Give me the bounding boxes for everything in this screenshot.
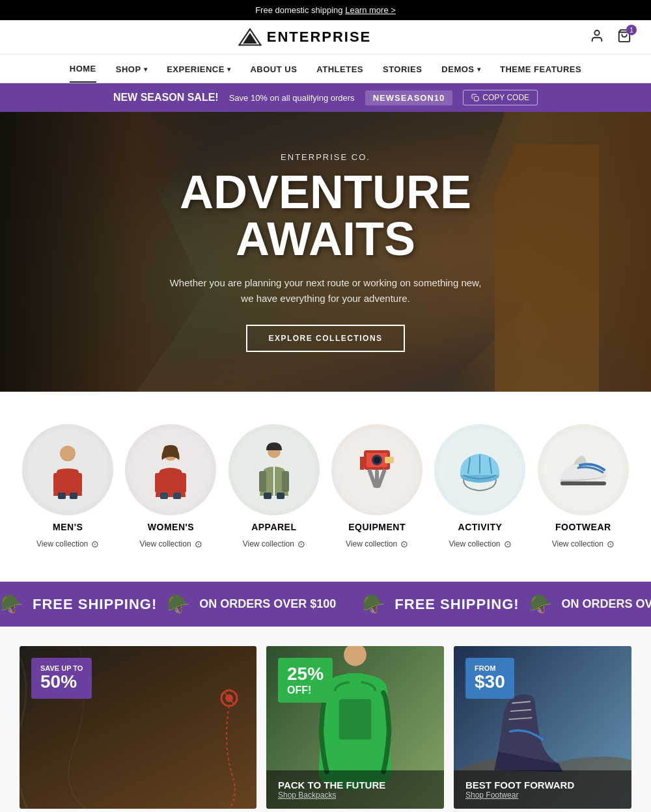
mens-link[interactable]: View collection ⊙ (36, 539, 99, 549)
svg-rect-21 (277, 493, 284, 499)
footwear-label: FOOTWEAR (555, 522, 611, 532)
nav-athletes[interactable]: ATHLETES (316, 64, 363, 83)
svg-rect-8 (53, 473, 61, 493)
announcement-link[interactable]: Learn more > (345, 5, 396, 15)
cart-badge: 1 (626, 25, 637, 35)
hero-section: ENTERPRISE CO. ADVENTUREAWAITS Whether y… (0, 112, 651, 392)
chevron-down-icon: ▾ (227, 66, 231, 73)
announcement-bar: Free domestic shipping Learn more > (0, 0, 651, 20)
helmet-icon: 🪖 (362, 593, 385, 615)
svg-rect-16 (173, 493, 181, 499)
shipping-item: 🪖 FREE SHIPPING! 🪖 ON ORDERS OVER $100 (362, 593, 651, 615)
promo-backpack-info: PACK TO THE FUTURE Shop Backpacks (266, 770, 444, 809)
collection-womens: WOMEN'S View collection ⊙ (122, 424, 219, 549)
hero-description: Whether you are planning your next route… (169, 275, 482, 306)
promo-badge-sale: SAVE UP TO 50% (31, 658, 92, 699)
sale-text: Save 10% on all qualifying orders (229, 93, 355, 103)
brand-name: ENTERPRISE (267, 29, 372, 46)
sale-title: NEW SEASON SALE! (113, 92, 219, 103)
nav-theme-features[interactable]: THEME FEATURES (500, 64, 581, 83)
helmet-icon: 🪖 (167, 593, 189, 615)
collection-footwear: FOOTWEAR View collection ⊙ (535, 424, 631, 549)
promo-grid: SAVE UP TO 50% (20, 646, 631, 809)
hero-subtitle: ENTERPRISE CO. (169, 152, 482, 162)
footwear-link[interactable]: View collection ⊙ (552, 539, 615, 549)
cart-icon[interactable]: 1 (617, 29, 631, 46)
activity-label: ACTIVITY (458, 522, 503, 532)
promo-badge-amount: 25% (287, 664, 324, 684)
collections-grid: MEN'S View collection ⊙ WOME (20, 424, 631, 549)
svg-rect-6 (475, 97, 479, 102)
svg-rect-20 (264, 493, 271, 499)
promo-backpack-title: PACK TO THE FUTURE (278, 779, 432, 791)
collection-equipment-image[interactable] (331, 424, 422, 515)
svg-point-7 (60, 446, 76, 461)
nav-experience[interactable]: EXPERIENCE ▾ (167, 64, 230, 83)
collection-apparel-image[interactable] (229, 424, 320, 515)
apparel-link[interactable]: View collection ⊙ (243, 539, 305, 549)
main-nav: HOME SHOP ▾ EXPERIENCE ▾ ABOUT US ATHLET… (0, 55, 651, 83)
arrow-icon: ⊙ (400, 539, 408, 549)
svg-rect-28 (375, 470, 379, 488)
promo-badge-backpack: 25% OFF! (278, 658, 333, 703)
arrow-icon: ⊙ (91, 539, 99, 549)
shipping-ticker: 🪖 FREE SHIPPING! 🪖 ON ORDERS OVER $100 🪖… (0, 593, 651, 615)
collection-apparel: APPAREL View collection ⊙ (226, 424, 322, 549)
collection-activity: ACTIVITY View collection ⊙ (432, 424, 528, 549)
collection-activity-image[interactable] (434, 424, 525, 515)
svg-rect-14 (179, 473, 186, 493)
svg-rect-39 (339, 699, 372, 740)
promo-card-footwear[interactable]: FROM $30 BEST FOOT FORWARD Shop Footwear (454, 646, 631, 809)
hero-climber-area (495, 144, 599, 392)
activity-link[interactable]: View collection ⊙ (449, 539, 511, 549)
equipment-label: EQUIPMENT (348, 522, 406, 532)
explore-button[interactable]: EXPLORE COLLECTIONS (246, 325, 404, 352)
promo-footwear-info: BEST FOOT FORWARD Shop Footwear (454, 770, 631, 809)
shipping-banner: 🪖 FREE SHIPPING! 🪖 ON ORDERS OVER $100 🪖… (0, 582, 651, 627)
arrow-icon: ⊙ (195, 539, 202, 549)
collection-mens-image[interactable] (22, 424, 113, 515)
helmet-icon: 🪖 (0, 593, 23, 615)
svg-rect-15 (160, 493, 168, 499)
arrow-icon: ⊙ (607, 539, 615, 549)
copy-code-label: COPY CODE (482, 93, 529, 102)
collection-mens: MEN'S View collection ⊙ (20, 424, 116, 549)
nav-stories[interactable]: STORIES (383, 64, 422, 83)
promo-card-backpack[interactable]: 25% OFF! PACK TO THE FUTURE Shop Backpac… (266, 646, 444, 809)
hero-content: ENTERPRISE CO. ADVENTUREAWAITS Whether y… (143, 152, 508, 352)
womens-label: WOMEN'S (148, 522, 194, 532)
promo-badge-amount: 50% (40, 672, 83, 692)
promo-footwear-link[interactable]: Shop Footwear (465, 791, 620, 800)
svg-point-4 (594, 31, 599, 35)
promo-badge-footwear: FROM $30 (465, 658, 514, 699)
nav-home[interactable]: HOME (70, 64, 96, 83)
womens-link[interactable]: View collection ⊙ (139, 539, 202, 549)
promo-card-sale[interactable]: SAVE UP TO 50% (20, 646, 256, 809)
nav-about[interactable]: ABOUT US (250, 64, 297, 83)
svg-rect-9 (74, 473, 82, 493)
svg-rect-18 (259, 471, 266, 492)
svg-rect-10 (58, 493, 66, 499)
collection-womens-image[interactable] (125, 424, 216, 515)
nav-demos[interactable]: DEMOS ▾ (441, 64, 480, 83)
equipment-link[interactable]: View collection ⊙ (346, 539, 408, 549)
header: ENTERPRISE 1 (0, 20, 651, 55)
header-icons: 1 (590, 29, 631, 46)
announcement-text: Free domestic shipping (255, 5, 342, 15)
svg-point-25 (374, 457, 380, 463)
collection-footwear-image[interactable] (538, 424, 629, 515)
shipping-item: 🪖 FREE SHIPPING! 🪖 ON ORDERS OVER $100 (0, 593, 336, 615)
promo-section: SAVE UP TO 50% (0, 627, 651, 812)
arrow-icon: ⊙ (504, 539, 512, 549)
brand-logo[interactable]: ENTERPRISE (238, 28, 372, 46)
promo-badge-amount: $30 (475, 672, 505, 692)
nav-shop[interactable]: SHOP ▾ (116, 64, 147, 83)
svg-rect-19 (282, 471, 289, 492)
promo-badge-suffix: OFF! (287, 684, 324, 696)
sale-banner: NEW SEASON SALE! Save 10% on all qualify… (0, 83, 651, 112)
promo-backpack-link[interactable]: Shop Backpacks (278, 791, 432, 800)
svg-marker-3 (243, 33, 257, 44)
copy-code-button[interactable]: COPY CODE (463, 90, 538, 105)
account-icon[interactable] (590, 29, 604, 46)
sale-code: NEWSEASON10 (365, 90, 453, 105)
